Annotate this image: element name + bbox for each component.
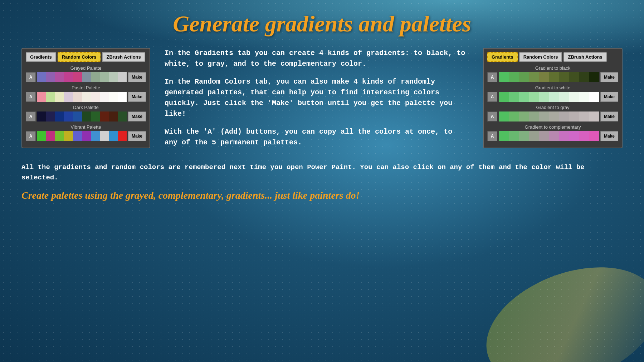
- swatch[interactable]: [118, 72, 127, 82]
- swatch[interactable]: [91, 131, 100, 141]
- gradient-to-complementary-add-button[interactable]: A: [487, 131, 497, 141]
- swatch[interactable]: [549, 92, 559, 102]
- swatch[interactable]: [519, 111, 529, 122]
- swatch[interactable]: [569, 92, 579, 102]
- swatch[interactable]: [549, 131, 559, 141]
- swatch[interactable]: [539, 72, 549, 82]
- swatch[interactable]: [509, 92, 519, 102]
- swatch[interactable]: [579, 131, 589, 141]
- swatch[interactable]: [55, 111, 64, 122]
- swatch[interactable]: [589, 111, 599, 122]
- swatch[interactable]: [519, 72, 529, 82]
- swatch[interactable]: [539, 92, 549, 102]
- swatch[interactable]: [64, 111, 73, 122]
- left-tab-gradients[interactable]: Gradients: [26, 52, 56, 62]
- swatch[interactable]: [509, 111, 519, 122]
- swatch[interactable]: [37, 92, 46, 102]
- swatch[interactable]: [55, 92, 64, 102]
- swatch[interactable]: [46, 131, 55, 141]
- swatch[interactable]: [509, 131, 519, 141]
- swatch[interactable]: [100, 92, 109, 102]
- swatch[interactable]: [509, 72, 519, 82]
- swatch[interactable]: [109, 131, 118, 141]
- swatch[interactable]: [109, 72, 118, 82]
- swatch[interactable]: [100, 131, 109, 141]
- grayed-palette-make-button[interactable]: Make: [128, 72, 146, 82]
- swatch[interactable]: [579, 72, 589, 82]
- swatch[interactable]: [559, 111, 569, 122]
- vibrant-palette-add-button[interactable]: A: [26, 131, 36, 141]
- swatch[interactable]: [118, 131, 127, 141]
- swatch[interactable]: [539, 111, 549, 122]
- swatch[interactable]: [529, 72, 539, 82]
- swatch[interactable]: [499, 131, 509, 141]
- swatch[interactable]: [519, 131, 529, 141]
- swatch[interactable]: [109, 92, 118, 102]
- swatch[interactable]: [549, 72, 559, 82]
- swatch[interactable]: [46, 92, 55, 102]
- gradient-to-white-add-button[interactable]: A: [487, 92, 497, 102]
- gradient-to-gray-add-button[interactable]: A: [487, 111, 497, 122]
- gradient-to-white-make-button[interactable]: Make: [600, 92, 618, 102]
- dark-palette-make-button[interactable]: Make: [128, 111, 146, 122]
- swatch[interactable]: [529, 111, 539, 122]
- swatch[interactable]: [589, 92, 599, 102]
- right-tab-zbrush-actions[interactable]: ZBrush Actions: [564, 52, 606, 62]
- swatch[interactable]: [529, 92, 539, 102]
- swatch[interactable]: [100, 72, 109, 82]
- pastel-palette-add-button[interactable]: A: [26, 92, 36, 102]
- gradient-to-complementary-make-button[interactable]: Make: [600, 131, 618, 141]
- swatch[interactable]: [73, 111, 82, 122]
- swatch[interactable]: [100, 111, 109, 122]
- swatch[interactable]: [109, 111, 118, 122]
- swatch[interactable]: [64, 72, 73, 82]
- left-tab-random-colors[interactable]: Random Colors: [58, 52, 101, 62]
- swatch[interactable]: [579, 111, 589, 122]
- gradient-to-black-make-button[interactable]: Make: [600, 72, 618, 82]
- pastel-palette-make-button[interactable]: Make: [128, 92, 146, 102]
- swatch[interactable]: [559, 92, 569, 102]
- swatch[interactable]: [118, 111, 127, 122]
- swatch[interactable]: [37, 72, 46, 82]
- right-tab-random-colors[interactable]: Random Colors: [519, 52, 562, 62]
- swatch[interactable]: [499, 111, 509, 122]
- swatch[interactable]: [46, 111, 55, 122]
- swatch[interactable]: [519, 92, 529, 102]
- swatch[interactable]: [64, 131, 73, 141]
- swatch[interactable]: [559, 131, 569, 141]
- swatch[interactable]: [64, 92, 73, 102]
- swatch[interactable]: [55, 131, 64, 141]
- swatch[interactable]: [569, 131, 579, 141]
- swatch[interactable]: [589, 131, 599, 141]
- right-tab-gradients[interactable]: Gradients: [487, 52, 518, 62]
- swatch[interactable]: [118, 92, 127, 102]
- swatch[interactable]: [569, 111, 579, 122]
- grayed-palette-add-button[interactable]: A: [26, 72, 36, 82]
- swatch[interactable]: [539, 131, 549, 141]
- swatch[interactable]: [589, 72, 599, 82]
- swatch[interactable]: [91, 92, 100, 102]
- swatch[interactable]: [73, 72, 82, 82]
- dark-palette-add-button[interactable]: A: [26, 111, 36, 122]
- swatch[interactable]: [549, 111, 559, 122]
- swatch[interactable]: [82, 92, 91, 102]
- swatch[interactable]: [91, 72, 100, 82]
- swatch[interactable]: [579, 92, 589, 102]
- swatch[interactable]: [82, 111, 91, 122]
- swatch[interactable]: [559, 72, 569, 82]
- swatch[interactable]: [73, 131, 82, 141]
- left-tab-zbrush-actions[interactable]: ZBrush Actions: [102, 52, 145, 62]
- gradient-to-black-add-button[interactable]: A: [487, 72, 497, 82]
- swatch[interactable]: [569, 72, 579, 82]
- gradient-to-gray-make-button[interactable]: Make: [600, 111, 618, 122]
- swatch[interactable]: [46, 72, 55, 82]
- vibrant-palette-make-button[interactable]: Make: [128, 131, 146, 141]
- swatch[interactable]: [37, 131, 46, 141]
- swatch[interactable]: [82, 72, 91, 82]
- swatch[interactable]: [73, 92, 82, 102]
- swatch[interactable]: [91, 111, 100, 122]
- swatch[interactable]: [499, 92, 509, 102]
- swatch[interactable]: [55, 72, 64, 82]
- swatch[interactable]: [37, 111, 46, 122]
- swatch[interactable]: [529, 131, 539, 141]
